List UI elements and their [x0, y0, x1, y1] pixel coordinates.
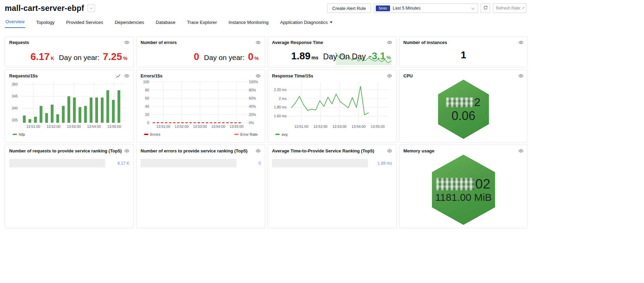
visibility-icon[interactable]: [124, 148, 129, 153]
card-memory-usage: Memory usage 02 1181.00 MiB: [399, 145, 528, 228]
time-range-select[interactable]: 5min Last 5 Minutes: [374, 3, 478, 13]
card-title: Memory usage: [403, 148, 434, 153]
requests-value: 6.17K: [30, 51, 54, 62]
visibility-icon[interactable]: [518, 40, 524, 45]
tab-trace-explorer[interactable]: Trace Explorer: [186, 20, 218, 28]
svg-text:Errors: Errors: [150, 132, 160, 136]
errors-value: 0: [194, 51, 199, 62]
svg-text:13:51:00: 13:51:00: [294, 124, 308, 129]
memory-value-suffix: 02: [475, 176, 490, 192]
visibility-icon[interactable]: [256, 148, 261, 153]
visibility-icon[interactable]: [124, 40, 129, 45]
rank-value: 1.89 ms: [377, 161, 392, 166]
service-switcher-button[interactable]: [87, 4, 95, 12]
card-requests: Requests 6.17K Day on year: 7.25%: [5, 36, 134, 68]
redacted-value: [436, 178, 474, 190]
card-title: Number of errors to provide service rank…: [141, 148, 247, 153]
tab-overview[interactable]: Overview: [5, 19, 25, 28]
chevron-down-icon: [522, 7, 525, 9]
chevron-down-icon: [90, 6, 92, 9]
tab-dependencies[interactable]: Dependencies: [114, 20, 145, 28]
svg-text:avg: avg: [281, 132, 288, 136]
visibility-icon[interactable]: [124, 73, 129, 78]
svg-text:2.20 ms: 2.20 ms: [274, 88, 287, 92]
svg-text:13:52:00: 13:52:00: [47, 124, 61, 129]
visibility-icon[interactable]: [256, 73, 261, 78]
tab-database[interactable]: Database: [155, 20, 176, 28]
svg-text:60: 60: [145, 96, 149, 100]
memory-hexagon: 02 1181.00 MiB: [432, 155, 495, 225]
svg-text:13:54:00: 13:54:00: [352, 124, 366, 129]
visibility-icon[interactable]: [256, 40, 261, 45]
compare-label: Day On Day: [323, 52, 366, 61]
chart-type-icon[interactable]: [116, 73, 121, 78]
svg-text:http: http: [19, 132, 25, 136]
refresh-rate-select[interactable]: Refresh Rate:: [493, 3, 526, 13]
card-average-response-time: Average Response Time 1.89ms Day On Day …: [268, 36, 397, 68]
tab-application-diagnostics[interactable]: Application Diagnostics: [279, 20, 333, 28]
card-response-time-15s: Response Time/15s 1.60 ms1.80 ms2 ms2.20…: [268, 70, 397, 143]
rank-row: 6.17 K: [9, 159, 129, 167]
topbar-actions: Create Alert Rule 5min Last 5 Minutes Re…: [327, 3, 526, 13]
card-title: CPU: [403, 73, 413, 78]
svg-text:40%: 40%: [249, 104, 256, 108]
card-errors-15s: Errors/15s 00%2020%4040%6060%8080%100100…: [136, 70, 265, 143]
tab-topology[interactable]: Topology: [35, 20, 55, 28]
svg-text:350: 350: [12, 82, 18, 86]
svg-text:1.60 ms: 1.60 ms: [274, 114, 287, 118]
visibility-icon[interactable]: [387, 148, 392, 153]
create-alert-rule-button[interactable]: Create Alert Rule: [327, 3, 371, 13]
svg-text:13:51:00: 13:51:00: [26, 124, 40, 129]
svg-text:100: 100: [143, 80, 149, 84]
rank-value: 6.17 K: [117, 161, 129, 166]
topbar: mall-cart-server-ebpf Create Alert Rule …: [5, 3, 526, 13]
cpu-hexagon: 2 0.06: [438, 80, 489, 139]
card-requests-15s: Requests/15s 33534034535013:51:0013:52:0…: [5, 70, 134, 143]
svg-text:340: 340: [12, 106, 18, 110]
card-title: Average Time-to-Provide Service Ranking …: [272, 148, 374, 153]
svg-text:13:51:00: 13:51:00: [156, 124, 170, 129]
svg-text:13:55:00: 13:55:00: [107, 124, 121, 129]
card-title: Errors/15s: [141, 73, 162, 78]
svg-text:20%: 20%: [249, 113, 256, 117]
svg-text:13:52:00: 13:52:00: [175, 124, 189, 129]
refresh-button[interactable]: [481, 3, 490, 13]
rank-row: 0: [141, 159, 261, 167]
card-title: Requests/15s: [9, 73, 38, 78]
svg-text:13:53:00: 13:53:00: [193, 124, 207, 129]
visibility-icon[interactable]: [387, 73, 392, 78]
card-rank-response-time: Average Time-to-Provide Service Ranking …: [268, 145, 397, 228]
card-cpu: CPU 2 0.06: [399, 70, 528, 143]
visibility-icon[interactable]: [518, 73, 524, 78]
visibility-icon[interactable]: [518, 148, 524, 153]
response-time-15s-chart: 1.60 ms1.80 ms2 ms2.20 ms13:51:0013:52:0…: [272, 79, 392, 141]
tab-bar: OverviewTopologyProvided ServicesDepende…: [5, 19, 526, 28]
cpu-value-suffix: 2: [474, 96, 480, 109]
card-title: Number of instances: [403, 40, 447, 45]
svg-text:80%: 80%: [249, 88, 256, 92]
svg-text:Error Rate: Error Rate: [240, 132, 258, 136]
response-time-value: 1.89ms: [291, 50, 319, 62]
card-number-of-errors: Number of errors 0 Day on year: 0%: [136, 36, 265, 68]
tab-instance-monitoring[interactable]: Instance Monitoring: [228, 20, 269, 28]
svg-text:13:55:00: 13:55:00: [229, 124, 243, 129]
card-title: Average Response Time: [272, 40, 323, 45]
refresh-icon: [483, 5, 488, 11]
tab-provided-services[interactable]: Provided Services: [65, 20, 104, 28]
svg-text:0%: 0%: [249, 121, 254, 125]
card-title: Number of errors: [141, 40, 177, 45]
time-range-label: Last 5 Minutes: [393, 6, 420, 11]
redacted-value: [446, 98, 473, 107]
svg-text:345: 345: [12, 94, 18, 98]
cpu-usage-value: 0.06: [451, 109, 475, 123]
requests-compare-value: 7.25%: [103, 51, 127, 62]
card-rank-errors: Number of errors to provide service rank…: [136, 145, 265, 228]
svg-text:60%: 60%: [249, 96, 256, 100]
card-rank-requests: Number of requests to provide service ra…: [5, 145, 134, 228]
compare-label: Day on year:: [204, 54, 244, 62]
svg-text:20: 20: [145, 113, 149, 117]
visibility-icon[interactable]: [387, 40, 392, 45]
refresh-rate-label: Refresh Rate:: [496, 6, 521, 11]
svg-text:100%: 100%: [249, 80, 258, 84]
card-number-of-instances: Number of instances 1: [399, 36, 528, 68]
